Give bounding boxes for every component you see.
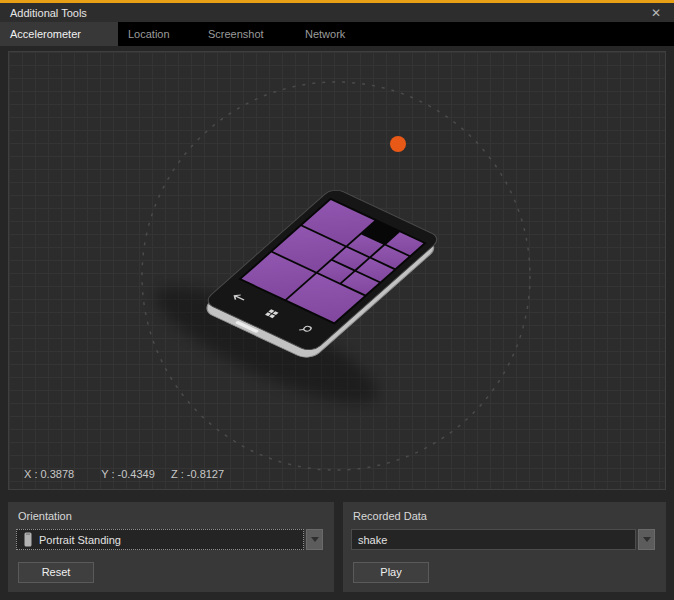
chevron-down-icon bbox=[311, 537, 319, 542]
recorded-data-panel: Recorded Data shake Play bbox=[343, 502, 666, 592]
additional-tools-window: Additional Tools ✕ Accelerometer Locatio… bbox=[0, 0, 674, 600]
tab-accelerometer[interactable]: Accelerometer bbox=[0, 22, 118, 46]
accelerometer-canvas[interactable]: X : 0.3878 Y : -0.4349 Z : -0.8127 bbox=[8, 51, 666, 490]
recorded-data-dropdown-value-box[interactable]: shake bbox=[351, 529, 636, 550]
window-title: Additional Tools bbox=[0, 7, 87, 19]
tab-bar: Accelerometer Location Screenshot Networ… bbox=[0, 22, 674, 46]
tab-network[interactable]: Network bbox=[295, 22, 363, 46]
play-button[interactable]: Play bbox=[353, 562, 429, 583]
orientation-dropdown-arrow-button[interactable] bbox=[306, 529, 323, 550]
recorded-data-dropdown[interactable]: shake bbox=[351, 529, 655, 550]
readout-y: Y : -0.4349 bbox=[101, 468, 155, 480]
orientation-panel-title: Orientation bbox=[8, 502, 334, 522]
gravity-dot-handle[interactable] bbox=[390, 136, 406, 152]
tab-location[interactable]: Location bbox=[118, 22, 198, 46]
window-titlebar[interactable]: Additional Tools ✕ bbox=[0, 3, 674, 22]
tab-screenshot[interactable]: Screenshot bbox=[198, 22, 295, 46]
accelerometer-3d-view bbox=[9, 52, 665, 489]
reset-button[interactable]: Reset bbox=[18, 562, 94, 583]
accelerometer-readout: X : 0.3878 Y : -0.4349 Z : -0.8127 bbox=[24, 468, 224, 480]
chevron-down-icon bbox=[643, 537, 651, 542]
readout-x: X : 0.3878 bbox=[24, 468, 74, 480]
orientation-panel: Orientation Portrait Standing Reset bbox=[8, 502, 334, 592]
close-icon[interactable]: ✕ bbox=[644, 3, 668, 22]
orientation-dropdown-value-box[interactable]: Portrait Standing bbox=[16, 529, 304, 550]
recorded-data-selected-value: shake bbox=[358, 534, 387, 546]
recorded-data-panel-title: Recorded Data bbox=[343, 502, 666, 522]
recorded-data-dropdown-arrow-button[interactable] bbox=[638, 529, 655, 550]
phone-portrait-icon bbox=[23, 532, 33, 547]
readout-z: Z : -0.8127 bbox=[171, 468, 224, 480]
orientation-selected-value: Portrait Standing bbox=[39, 534, 121, 546]
orientation-dropdown[interactable]: Portrait Standing bbox=[16, 529, 323, 550]
